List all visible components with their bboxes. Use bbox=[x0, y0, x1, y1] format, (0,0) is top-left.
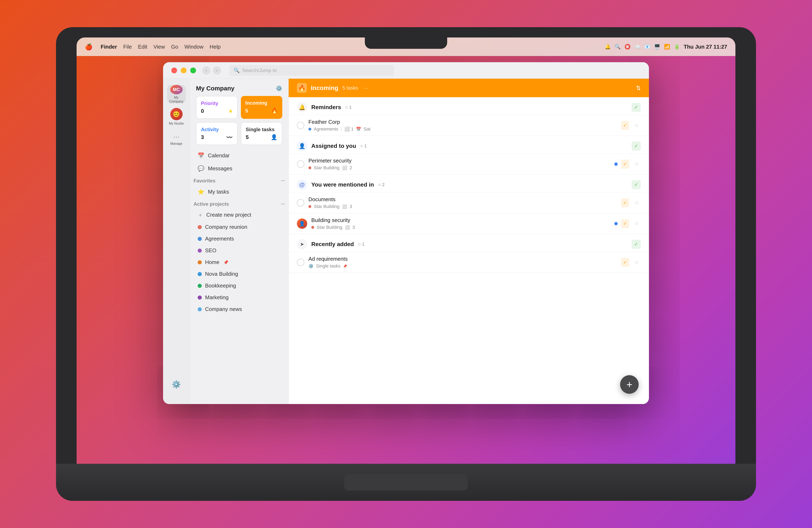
calendar-icon: 📅 bbox=[198, 152, 204, 159]
mynozbe-avatar: 😊 bbox=[170, 108, 183, 120]
project-seo[interactable]: SEO bbox=[194, 245, 284, 256]
task-project-star-building2: Star Building bbox=[314, 204, 339, 209]
task-actions: ✓ ☆ bbox=[621, 199, 641, 207]
task-star-action5[interactable]: ☆ bbox=[633, 258, 641, 267]
menubar-icon-6: 🖥️ bbox=[654, 44, 660, 49]
mentioned-action-icon[interactable]: ✓ bbox=[632, 180, 641, 189]
menubar-help[interactable]: Help bbox=[209, 44, 220, 50]
menubar-app-name[interactable]: Finder bbox=[101, 44, 117, 50]
single-tasks-widget[interactable]: Single tasks 5 👤 bbox=[241, 122, 282, 145]
active-projects-section: Active projects ··· bbox=[190, 198, 288, 209]
create-project-item[interactable]: ＋ Create new project bbox=[194, 209, 284, 221]
reminders-check-icon: ✓ bbox=[632, 103, 641, 112]
nav-calendar[interactable]: 📅 Calendar bbox=[194, 149, 284, 162]
task-star-action3[interactable]: ☆ bbox=[633, 199, 641, 207]
forward-button[interactable]: › bbox=[213, 66, 221, 74]
project-home[interactable]: Home 📌 bbox=[194, 256, 284, 268]
priority-widget-count: 0 bbox=[201, 108, 204, 114]
favorites-section: Favorites ··· bbox=[190, 175, 288, 185]
ad-req-pin-icon: 📌 bbox=[343, 264, 347, 268]
sidebar-item-manage[interactable]: ⋯ Manage bbox=[167, 130, 186, 149]
add-task-fab[interactable]: + bbox=[620, 375, 639, 394]
incoming-widget[interactable]: Incoming 5 🔥 bbox=[241, 96, 282, 119]
task-project-single-tasks: Single tasks bbox=[316, 263, 340, 269]
task-meta-sep: ⬜ bbox=[345, 225, 350, 230]
incoming-sort-icon[interactable]: ⇅ bbox=[636, 85, 641, 91]
task-star-action4[interactable]: ☆ bbox=[633, 219, 641, 228]
task-meta-sep: ⬜ bbox=[342, 204, 347, 209]
close-button[interactable] bbox=[171, 68, 177, 73]
my-tasks-icon: ⭐ bbox=[198, 189, 204, 195]
assigned-action-icon[interactable]: ✓ bbox=[632, 142, 641, 151]
project-nova-building[interactable]: Nova Building bbox=[194, 268, 284, 280]
task-check-action5[interactable]: ✓ bbox=[621, 258, 629, 267]
task-check-action4[interactable]: ✓ bbox=[621, 219, 629, 228]
sidebar-item-settings[interactable]: ⚙️ bbox=[167, 375, 186, 394]
settings-gear-icon[interactable]: ⚙️ bbox=[276, 85, 282, 91]
task-meta-date: Sat bbox=[364, 126, 371, 132]
task-item-building-security[interactable]: 👤 Building security Star Building ⬜ 3 bbox=[289, 213, 649, 234]
project-company-reunion[interactable]: Company reunion bbox=[194, 221, 284, 233]
task-meta: Star Building ⬜ 3 bbox=[308, 204, 617, 209]
nav-messages[interactable]: 💬 Messages bbox=[194, 162, 284, 175]
wave-icon: 〰️ bbox=[226, 134, 233, 140]
menubar-view[interactable]: View bbox=[154, 44, 165, 50]
favorites-more-icon[interactable]: ··· bbox=[281, 178, 285, 184]
projects-more-icon[interactable]: ··· bbox=[281, 201, 285, 207]
task-star-action[interactable]: ☆ bbox=[633, 121, 641, 130]
sidebar-nav: 📅 Calendar 💬 Messages bbox=[190, 149, 288, 175]
task-check-action[interactable]: ✓ bbox=[621, 121, 629, 130]
activity-widget[interactable]: Activity 3 〰️ bbox=[196, 122, 237, 145]
recently-added-group-icon: ➤ bbox=[297, 239, 307, 249]
sidebar-item-company[interactable]: MC My Company bbox=[167, 85, 186, 103]
project-bookkeeping-label: Bookkeeping bbox=[205, 283, 236, 289]
task-item-documents[interactable]: Documents Star Building ⬜ 3 bbox=[289, 192, 649, 213]
project-agreements[interactable]: Agreements bbox=[194, 233, 284, 245]
manage-icon: ⋯ bbox=[173, 133, 179, 140]
task-item-feather-corp[interactable]: Feather Corp Agreements | ⬜ 1 📅 Sat bbox=[289, 115, 649, 136]
project-marketing[interactable]: Marketing bbox=[194, 291, 284, 303]
task-item-perimeter[interactable]: Perimeter security Star Building ⬜ 2 bbox=[289, 154, 649, 174]
reminders-action-icon[interactable]: ✓ bbox=[632, 103, 641, 112]
recently-added-action-icon[interactable]: ✓ bbox=[632, 240, 641, 249]
nav-my-tasks[interactable]: ⭐ My tasks bbox=[194, 185, 284, 198]
task-actions: ✓ ☆ bbox=[621, 121, 641, 130]
fullscreen-button[interactable] bbox=[190, 68, 196, 73]
menubar-icon-4: ☁️ bbox=[634, 44, 640, 49]
create-project-label: Create new project bbox=[206, 212, 251, 218]
check-orange-icon2: ✓ bbox=[621, 160, 629, 169]
nav-messages-label: Messages bbox=[208, 165, 232, 172]
nav-my-tasks-label: My tasks bbox=[208, 189, 229, 195]
single-tasks-widget-label: Single tasks bbox=[246, 127, 277, 132]
mynozbe-label: My Nozbe bbox=[169, 122, 184, 125]
sidebar-item-mynozbe[interactable]: 😊 My Nozbe bbox=[167, 108, 186, 126]
minimize-button[interactable] bbox=[181, 68, 187, 73]
menubar-file[interactable]: File bbox=[123, 44, 132, 50]
task-item-ad-requirements[interactable]: Ad requirements ⚙️ Single tasks 📌 bbox=[289, 252, 649, 273]
task-group-assigned: 👤 Assigned to you ○ 1 ✓ bbox=[289, 136, 649, 154]
task-star-action2[interactable]: ☆ bbox=[633, 160, 641, 168]
menubar-edit[interactable]: Edit bbox=[138, 44, 147, 50]
unread-dot bbox=[614, 162, 618, 166]
recently-added-group-count: ○ 1 bbox=[358, 242, 365, 247]
project-company-news[interactable]: Company news bbox=[194, 303, 284, 315]
project-bookkeeping[interactable]: Bookkeeping bbox=[194, 280, 284, 291]
star-icon: ⭐ bbox=[229, 109, 233, 113]
menubar-go[interactable]: Go bbox=[171, 44, 178, 50]
back-button[interactable]: ‹ bbox=[202, 66, 211, 74]
recently-added-group-title: Recently added bbox=[311, 241, 354, 247]
priority-widget[interactable]: Priority 0 ⭐ bbox=[196, 96, 237, 119]
assigned-check-icon: ✓ bbox=[632, 142, 641, 151]
incoming-more-icon[interactable]: ··· bbox=[364, 85, 368, 91]
task-project-star-building: Star Building bbox=[314, 165, 339, 171]
task-info: Documents Star Building ⬜ 3 bbox=[308, 196, 617, 209]
menubar-window[interactable]: Window bbox=[185, 44, 203, 50]
search-bar[interactable]: 🔍 Search/Jump to bbox=[229, 65, 394, 76]
task-name-feather-corp: Feather Corp bbox=[308, 119, 617, 125]
task-project-name: Agreements bbox=[314, 126, 338, 132]
task-circle bbox=[297, 259, 304, 266]
company-label: My Company bbox=[167, 96, 186, 103]
task-circle bbox=[297, 199, 304, 206]
task-check-action2[interactable]: ✓ bbox=[621, 160, 629, 168]
task-check-action3[interactable]: ✓ bbox=[621, 199, 629, 207]
